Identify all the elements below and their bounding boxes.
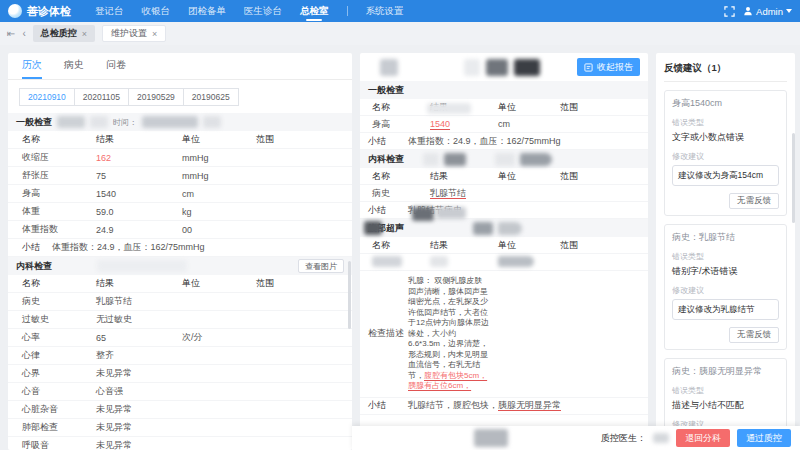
- col-unit: 单位: [498, 101, 560, 114]
- table-row: 舒张压 75 mmHg: [8, 167, 352, 185]
- workspace-tab[interactable]: 维护设置 ×: [102, 25, 166, 42]
- section-title: 内科检查: [368, 153, 404, 166]
- table-row: 心率 65 次/分: [8, 329, 352, 347]
- table-row: 呼吸音 未见异常: [8, 437, 352, 450]
- collapse-tabs-icon[interactable]: ⇤: [7, 29, 15, 39]
- summary-text: 体重指数：24.9，血压：162/75mmHg: [52, 241, 205, 254]
- redacted-blob: [142, 116, 198, 128]
- reject-button[interactable]: 退回分科: [676, 429, 730, 447]
- tab-label: 总检质控: [41, 27, 77, 40]
- suggestion-textarea[interactable]: 建议修改为乳腺结节: [672, 299, 779, 320]
- row-result: 162: [96, 153, 182, 163]
- redacted-blob: [474, 429, 508, 447]
- col-name: 名称: [368, 170, 430, 183]
- desc-label: 检查描述: [368, 327, 408, 340]
- col-name: 名称: [368, 101, 430, 114]
- col-range: 范围: [560, 170, 640, 183]
- row-result: 未见异常: [96, 439, 182, 450]
- col-range: 范围: [256, 133, 344, 146]
- approve-button[interactable]: 通过质控: [737, 429, 791, 447]
- col-unit: 单位: [182, 277, 256, 290]
- collapse-report-button[interactable]: 收起报告: [577, 58, 640, 76]
- scrollbar[interactable]: [348, 261, 351, 329]
- error-type-value: 文字或小数点错误: [672, 131, 779, 144]
- col-unit: 单位: [498, 239, 560, 252]
- nav-item[interactable]: 登记台: [95, 0, 124, 22]
- section-title: 一般检查: [16, 116, 52, 129]
- exam-date-chip[interactable]: 20190625: [183, 88, 239, 106]
- row-unit: [498, 256, 560, 269]
- main-content: 历次 病史 问卷 20210910 20201105 20190529 2019…: [0, 45, 800, 450]
- redacted-blob: [97, 260, 187, 272]
- section-general-header: 一般检查: [360, 81, 648, 99]
- close-icon[interactable]: ×: [152, 29, 157, 39]
- table-row: 心音 心音强: [8, 383, 352, 401]
- row-result: 24.9: [96, 225, 182, 235]
- feedback-card: 身高1540cm 错误类型 文字或小数点错误 修改建议 建议修改为身高154cm…: [664, 90, 787, 216]
- table-row: 过敏史 无过敏史: [8, 311, 352, 329]
- collapse-report-label: 收起报告: [597, 61, 633, 74]
- col-unit: 单位: [498, 170, 560, 183]
- admin-label: Admin: [756, 6, 783, 17]
- redacted-blob: [380, 59, 398, 76]
- row-result: 乳腺节结: [430, 187, 498, 200]
- admin-menu[interactable]: Admin: [743, 6, 792, 17]
- section-internal-header: 内科检查 查看图片: [8, 257, 352, 275]
- exam-date-chip[interactable]: 20201105: [74, 88, 129, 106]
- nav-item[interactable]: 收银台: [142, 0, 171, 22]
- close-icon[interactable]: ×: [82, 29, 87, 39]
- workspace-tab[interactable]: 总检质控 ×: [33, 25, 95, 42]
- history-tab[interactable]: 问卷: [106, 53, 126, 79]
- row-result: [430, 256, 498, 269]
- report-header: 收起报告: [360, 53, 648, 81]
- dismiss-feedback-button[interactable]: 无需反馈: [729, 193, 779, 209]
- scrollbar[interactable]: [792, 133, 795, 223]
- history-tab[interactable]: 病史: [64, 53, 84, 79]
- row-name: 呼吸音: [16, 439, 96, 450]
- view-image-button[interactable]: 查看图片: [298, 259, 344, 273]
- exam-date-chip[interactable]: 20190529: [128, 88, 184, 106]
- flagged-summary-text: 胰腺无明显异常: [498, 400, 561, 410]
- row-result: 65: [96, 333, 182, 343]
- feedback-card: 病史：乳腺节结 错误类型 错别字/术语错误 修改建议 建议修改为乳腺结节 无需反…: [664, 224, 787, 350]
- report-panel: 收起报告 一般检查 名称 结果 单位 范围 身高 1540 cm 小结 体重指数…: [360, 53, 648, 450]
- row-unit: mmHg: [182, 171, 256, 181]
- row-result: 59.0: [96, 207, 182, 217]
- nav-item[interactable]: 总检室: [300, 0, 329, 22]
- nav-item-settings[interactable]: 系统设置: [366, 0, 404, 22]
- dismiss-feedback-button[interactable]: 无需反馈: [729, 327, 779, 343]
- table-row: 收缩压 162 mmHg: [8, 149, 352, 167]
- nav-divider: [347, 6, 348, 16]
- caret-down-icon: [786, 9, 792, 13]
- internal-table: 病史 乳腺节结 过敏史 无过敏史 心率 65 次/分: [8, 293, 352, 450]
- row-result: 心音强: [96, 385, 182, 398]
- col-result: 结果: [430, 101, 498, 114]
- row-result: 整齐: [96, 349, 182, 362]
- back-icon[interactable]: ‹: [22, 29, 25, 39]
- suggestion-textarea[interactable]: 建议修改为身高154cm: [672, 165, 779, 186]
- redacted-blob-group: [412, 207, 466, 221]
- row-name: [368, 256, 430, 269]
- exam-date-list: 20210910 20201105 20190529 20190625: [8, 80, 352, 113]
- fullscreen-icon[interactable]: [724, 6, 735, 17]
- history-tab[interactable]: 历次: [22, 53, 42, 79]
- summary-label: 小结: [368, 204, 408, 217]
- row-result: 1540: [430, 119, 498, 129]
- col-range: 范围: [256, 277, 344, 290]
- row-unit: cm: [498, 119, 560, 129]
- exam-date-chip[interactable]: 20210910: [19, 88, 75, 106]
- redacted-blob: [653, 433, 669, 443]
- redacted-blob: [57, 116, 85, 128]
- nav-item[interactable]: 团检备单: [188, 0, 226, 22]
- row-result: 未见异常: [96, 421, 182, 434]
- row-result: 1540: [96, 189, 182, 199]
- redacted-blob: [412, 207, 434, 221]
- col-name: 名称: [16, 277, 96, 290]
- user-icon: [743, 6, 753, 16]
- feedback-panel: 反馈建议（1） 身高1540cm 错误类型 文字或小数点错误 修改建议 建议修改…: [656, 53, 795, 450]
- summary-label: 小结: [368, 399, 408, 412]
- table-row: 体重指数 24.9 00: [8, 221, 352, 239]
- redacted-blob: [203, 116, 221, 128]
- feedback-card-list: 身高1540cm 错误类型 文字或小数点错误 修改建议 建议修改为身高154cm…: [664, 90, 787, 450]
- nav-item[interactable]: 医生诊台: [244, 0, 282, 22]
